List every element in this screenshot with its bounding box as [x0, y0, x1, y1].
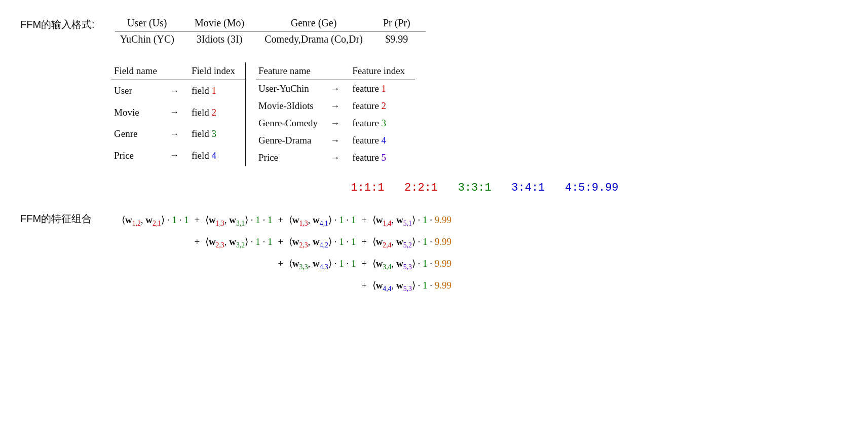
table-row: Genre → field 3 — [111, 123, 245, 145]
arrow-genredrama: → — [328, 132, 350, 149]
format-header-movie: Movie (Mo) — [190, 15, 259, 31]
sub-12: 1,2 — [132, 220, 141, 227]
formula-line-1: ⟨w1,2, w2,1⟩ · 1 · 1 + ⟨w1,3, w3,1⟩ · 1 … — [122, 209, 451, 231]
table-row: Movie-3Idiots → feature 2 — [256, 97, 415, 115]
w-21: w — [145, 214, 153, 225]
format-cell-yuchin: YuChin (YC) — [115, 31, 190, 48]
formulas: ⟨w1,2, w2,1⟩ · 1 · 1 + ⟨w1,3, w3,1⟩ · 1 … — [122, 209, 451, 297]
code-space-1 — [391, 182, 398, 194]
field-index-movie: field 2 — [189, 102, 246, 123]
arrow-movie: → — [167, 102, 189, 123]
feature-section: Feature name Feature index User-YuChin →… — [256, 62, 415, 166]
feature-arrow-header — [328, 62, 350, 80]
code-part-5: 4:5:9.99 — [565, 182, 619, 194]
feature-index-1: feature 1 — [350, 80, 415, 98]
main-content: Field name Field index User → field 1 Mo… — [111, 62, 848, 166]
table-row: User → field 1 — [111, 80, 245, 102]
feature-index-header: Feature index — [350, 62, 415, 80]
formula-line-3: + ⟨w3,3, w4,3⟩ · 1 · 1 + ⟨w3,4, w5,3⟩ · … — [122, 253, 451, 275]
table-row: Genre-Drama → feature 4 — [256, 132, 415, 149]
feature-index-5: feature 5 — [350, 149, 415, 166]
field-name-header: Field name — [111, 62, 167, 80]
w-12: w — [125, 214, 132, 225]
arrow-feature-price: → — [328, 149, 350, 166]
arrow-user: → — [167, 80, 189, 102]
field-name-user: User — [111, 80, 167, 102]
arrow-useryuchin: → — [328, 80, 350, 98]
table-row: Genre-Comedy → feature 3 — [256, 115, 415, 132]
field-arrow-header — [167, 62, 189, 80]
format-header-pr: Pr (Pr) — [378, 15, 426, 31]
field-index-genre: field 3 — [189, 123, 246, 145]
feature-name-genredrama: Genre-Drama — [256, 132, 328, 149]
code-space-3 — [498, 182, 505, 194]
feature-table: Feature name Feature index User-YuChin →… — [256, 62, 415, 166]
format-header-genre: Genre (Ge) — [259, 15, 378, 31]
sub-21: 2,1 — [153, 220, 161, 227]
field-name-movie: Movie — [111, 102, 167, 123]
code-part-4: 3:4:1 — [511, 182, 545, 194]
field-name-genre: Genre — [111, 123, 167, 145]
feature-index-2: feature 2 — [350, 97, 415, 115]
field-name-price: Price — [111, 145, 167, 166]
code-line: 1:1:1 2:2:1 3:3:1 3:4:1 4:5:9.99 — [122, 182, 848, 194]
feature-index-4: feature 4 — [350, 132, 415, 149]
format-header-user: User (Us) — [115, 15, 190, 31]
code-part-1: 1:1:1 — [351, 182, 384, 194]
format-cell-3idiots: 3Idiots (3I) — [190, 31, 259, 48]
code-part-2: 2:2:1 — [404, 182, 438, 194]
format-cell-price: $9.99 — [378, 31, 426, 48]
arrow-movie3idiots: → — [328, 97, 350, 115]
formula-line-4: + ⟨w4,4, w5,3⟩ · 1 · 9.99 — [122, 275, 451, 297]
field-index-header: Field index — [189, 62, 246, 80]
table-row: Price → feature 5 — [256, 149, 415, 166]
feature-name-genrecomedy: Genre-Comedy — [256, 115, 328, 132]
feature-name-price: Price — [256, 149, 328, 166]
format-table: User (Us) Movie (Mo) Genre (Ge) Pr (Pr) … — [115, 15, 426, 47]
feature-name-useryuchin: User-YuChin — [256, 80, 328, 98]
arrow-genre: → — [167, 123, 189, 145]
format-cell-comedy: Comedy,Drama (Co,Dr) — [259, 31, 378, 48]
ffm-feature-label: FFM的特征组合 — [20, 209, 101, 226]
field-index-user: field 1 — [189, 80, 246, 102]
field-table: Field name Field index User → field 1 Mo… — [111, 62, 246, 166]
table-row: Price → field 4 — [111, 145, 245, 166]
table-row: User-YuChin → feature 1 — [256, 80, 415, 98]
code-part-3: 3:3:1 — [458, 182, 492, 194]
arrow-price: → — [167, 145, 189, 166]
code-space-2 — [444, 182, 451, 194]
code-space-4 — [552, 182, 558, 194]
bottom-section: FFM的特征组合 ⟨w1,2, w2,1⟩ · 1 · 1 + ⟨w1,3, w… — [20, 209, 848, 297]
feature-index-3: feature 3 — [350, 115, 415, 132]
table-row: Movie → field 2 — [111, 102, 245, 123]
top-section: FFM的输入格式: User (Us) Movie (Mo) Genre (Ge… — [20, 15, 848, 47]
arrow-genrecomedy: → — [328, 115, 350, 132]
feature-name-movie3idiots: Movie-3Idiots — [256, 97, 328, 115]
field-index-price: field 4 — [189, 145, 246, 166]
ffm-input-label: FFM的输入格式: — [20, 15, 95, 31]
feature-name-header: Feature name — [256, 62, 328, 80]
formula-line-2: + ⟨w2,3, w3,2⟩ · 1 · 1 + ⟨w2,3, w4,2⟩ · … — [122, 231, 451, 253]
